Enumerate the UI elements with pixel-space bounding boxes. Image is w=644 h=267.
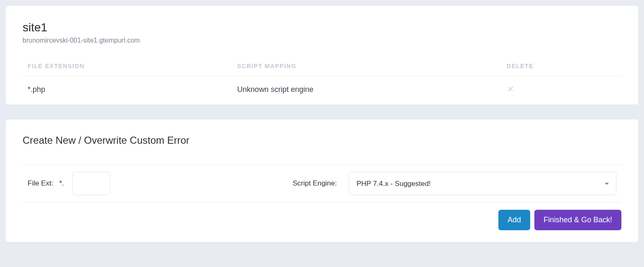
form-card: Create New / Overwrite Custom Error File… (6, 120, 638, 242)
file-ext-label: File Ext: (28, 179, 53, 188)
file-ext-prefix: *. (59, 179, 64, 188)
form-actions: Add Finished & Go Back! (23, 202, 621, 230)
add-button[interactable]: Add (498, 210, 530, 230)
cell-mapping: Unknown script engine (232, 76, 502, 95)
table-header-map: SCRIPT MAPPING (232, 63, 502, 76)
table-row: *.php Unknown script engine (23, 76, 621, 95)
table-header-ext: FILE EXTENSION (23, 63, 232, 76)
file-ext-input[interactable] (72, 172, 110, 195)
form-title: Create New / Overwrite Custom Error (23, 135, 621, 146)
mapping-table: FILE EXTENSION SCRIPT MAPPING DELETE *.p… (23, 63, 621, 94)
site-card: site1 brunomircevski-001-site1.gtempurl.… (6, 6, 638, 104)
table-header-del: DELETE (502, 63, 621, 76)
delete-icon[interactable] (507, 85, 514, 92)
cell-ext: *.php (23, 76, 232, 95)
finished-button[interactable]: Finished & Go Back! (534, 210, 621, 230)
script-engine-select[interactable]: PHP 7.4.x - Suggested! (349, 172, 616, 195)
site-url: brunomircevski-001-site1.gtempurl.com (23, 37, 621, 44)
site-name: site1 (23, 21, 621, 34)
script-engine-label: Script Engine: (292, 179, 337, 188)
form-row: File Ext: *. Script Engine: PHP 7.4.x - … (23, 165, 621, 202)
